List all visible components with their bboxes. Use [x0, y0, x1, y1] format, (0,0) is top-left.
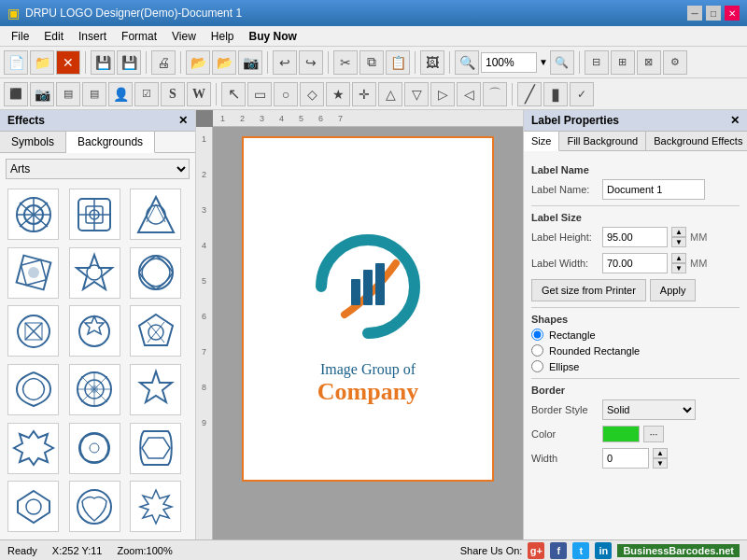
google-plus-icon[interactable]: g+: [528, 542, 544, 559]
tb-fit[interactable]: ⊟: [585, 50, 609, 75]
height-up[interactable]: ▲: [671, 227, 686, 237]
close-button[interactable]: ✕: [725, 6, 740, 21]
tb-ellipse[interactable]: ○: [274, 82, 298, 106]
tb-curve[interactable]: ⌒: [483, 82, 507, 106]
tb-star[interactable]: ★: [326, 82, 350, 106]
apply-btn[interactable]: Apply: [650, 279, 697, 301]
tb-arrow-l[interactable]: ◁: [457, 82, 481, 106]
tb-new[interactable]: 📄: [4, 50, 28, 75]
tb-w[interactable]: W: [187, 82, 211, 106]
lp-tab-size[interactable]: Size: [524, 132, 559, 151]
tb-layers2[interactable]: ▤: [82, 82, 106, 106]
effect-item[interactable]: [130, 189, 181, 240]
menu-edit[interactable]: Edit: [36, 28, 71, 45]
label-width-input[interactable]: [602, 253, 668, 273]
tb-close[interactable]: ✕: [56, 50, 80, 75]
tb-zoom-in[interactable]: 🔍: [455, 50, 479, 75]
tb-bar[interactable]: ▮: [543, 82, 568, 106]
effect-item[interactable]: [130, 247, 181, 299]
effect-item[interactable]: [69, 423, 120, 474]
lp-tab-effects[interactable]: Background Effects: [646, 132, 747, 150]
shape-ellipse-radio[interactable]: [531, 360, 543, 372]
menu-view[interactable]: View: [164, 28, 204, 45]
twitter-icon[interactable]: t: [572, 542, 589, 559]
effect-item[interactable]: [69, 189, 120, 240]
menu-format[interactable]: Format: [114, 28, 164, 45]
tb-paste[interactable]: 📋: [386, 50, 410, 75]
label-width-spinner[interactable]: ▲ ▼: [671, 253, 686, 273]
width-down[interactable]: ▼: [671, 263, 686, 273]
effect-item[interactable]: [130, 364, 181, 415]
tb-user[interactable]: 👤: [108, 82, 133, 106]
tb-check2[interactable]: ✓: [570, 82, 594, 106]
color-swatch[interactable]: [602, 426, 640, 442]
effect-item[interactable]: [130, 481, 181, 532]
label-name-input[interactable]: [602, 179, 705, 200]
tb-chk[interactable]: ☑: [134, 82, 159, 106]
lp-close-btn[interactable]: ✕: [730, 114, 740, 127]
effect-item[interactable]: [130, 423, 181, 474]
border-width-input[interactable]: [602, 448, 649, 469]
tb-grid1[interactable]: ⊞: [611, 50, 635, 75]
tb-line[interactable]: ╱: [517, 82, 542, 106]
tb-triangle[interactable]: △: [378, 82, 402, 106]
menu-file[interactable]: File: [4, 28, 36, 45]
category-select[interactable]: Arts Nature Business: [6, 159, 190, 179]
tb-save2[interactable]: 💾: [117, 50, 141, 75]
shape-rounded-radio[interactable]: [531, 344, 543, 357]
tb-diamond[interactable]: ◇: [300, 82, 324, 106]
effects-close-btn[interactable]: ✕: [178, 114, 188, 127]
bw-up[interactable]: ▲: [653, 448, 668, 458]
zoom-input[interactable]: [481, 52, 537, 73]
shape-rectangle-radio[interactable]: [531, 329, 543, 341]
effect-item[interactable]: [69, 247, 120, 299]
effect-item[interactable]: [7, 423, 59, 474]
height-down[interactable]: ▼: [671, 237, 686, 247]
label-height-spinner[interactable]: ▲ ▼: [671, 227, 686, 247]
effect-item[interactable]: [7, 305, 59, 357]
effect-item[interactable]: [7, 247, 59, 299]
tb-cam2[interactable]: 📷: [30, 82, 54, 106]
canvas-scroll[interactable]: Image Group of Company: [213, 127, 523, 539]
tb-s[interactable]: S: [161, 82, 185, 106]
effect-item[interactable]: [69, 305, 120, 357]
tb-settings[interactable]: ⚙: [663, 50, 687, 75]
bw-down[interactable]: ▼: [653, 458, 668, 469]
tb-cam[interactable]: 📷: [238, 50, 262, 75]
linkedin-icon[interactable]: in: [595, 542, 612, 559]
tab-symbols[interactable]: Symbols: [0, 132, 66, 152]
tb-rect[interactable]: ▭: [247, 82, 272, 106]
get-size-btn[interactable]: Get size from Printer: [531, 279, 646, 301]
tb-redo[interactable]: ↪: [299, 50, 323, 75]
facebook-icon[interactable]: f: [550, 542, 567, 559]
effect-item[interactable]: [7, 481, 59, 532]
tb-layers[interactable]: ▤: [56, 82, 80, 106]
width-up[interactable]: ▲: [671, 253, 686, 263]
tb-prop[interactable]: ⬛: [4, 82, 28, 106]
color-picker-btn[interactable]: ···: [643, 426, 664, 442]
effect-item[interactable]: [7, 189, 59, 240]
tb-img[interactable]: 🖼: [420, 50, 444, 75]
effect-item[interactable]: [7, 364, 59, 415]
tab-backgrounds[interactable]: Backgrounds: [66, 132, 155, 153]
tb-cursor[interactable]: ↖: [221, 82, 246, 106]
tb-cut[interactable]: ✂: [333, 50, 358, 75]
lp-tab-fill[interactable]: Fill Background: [559, 132, 646, 150]
maximize-button[interactable]: □: [706, 6, 721, 21]
tb-open[interactable]: 📁: [30, 50, 54, 75]
tb-save[interactable]: 💾: [91, 50, 115, 75]
border-style-select[interactable]: Solid Dashed Dotted None: [602, 399, 696, 420]
tb-folder[interactable]: 📂: [186, 50, 210, 75]
tb-cross[interactable]: ✛: [352, 82, 376, 106]
label-height-input[interactable]: [602, 227, 668, 247]
minimize-button[interactable]: ─: [687, 6, 702, 21]
tb-zoom-out[interactable]: 🔍: [550, 50, 574, 75]
tb-copy[interactable]: ⧉: [359, 50, 384, 75]
menu-help[interactable]: Help: [204, 28, 242, 45]
effect-item[interactable]: [69, 364, 120, 415]
tb-undo[interactable]: ↩: [273, 50, 297, 75]
tb-folder2[interactable]: 📂: [212, 50, 236, 75]
tb-grid2[interactable]: ⊠: [637, 50, 661, 75]
tb-arrow-r[interactable]: ▷: [430, 82, 455, 106]
effect-item[interactable]: [69, 481, 120, 532]
